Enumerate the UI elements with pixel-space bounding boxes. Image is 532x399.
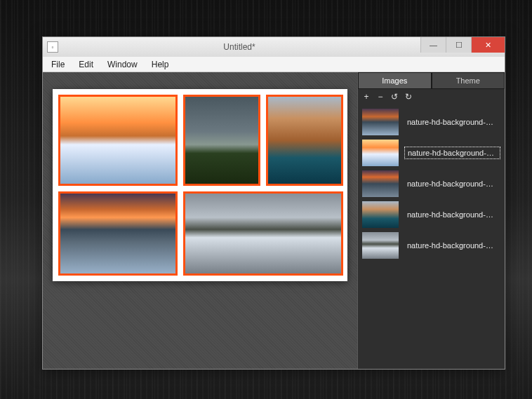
- thumbnail-icon: [362, 201, 399, 228]
- undo-button[interactable]: ↺: [390, 92, 399, 102]
- canvas-area[interactable]: [43, 72, 357, 369]
- filename-label: nature-hd-background-6.jpg: [404, 178, 500, 189]
- minimize-icon: —: [430, 41, 437, 49]
- image-list[interactable]: nature-hd-background-4.jpg nature-hd-bac…: [358, 104, 505, 369]
- close-icon: ✕: [485, 41, 491, 50]
- menu-file[interactable]: File: [44, 58, 72, 71]
- tab-images[interactable]: Images: [358, 72, 432, 89]
- remove-image-button[interactable]: −: [376, 92, 385, 102]
- maximize-icon: ☐: [455, 41, 463, 50]
- collage-grid: [58, 95, 342, 276]
- close-button[interactable]: ✕: [471, 37, 505, 53]
- titlebar[interactable]: ▫ Untitled* — ☐ ✕: [43, 37, 505, 57]
- app-icon: ▫: [47, 41, 58, 53]
- filename-label: nature-hd-background-4.jpg: [404, 116, 500, 128]
- tab-theme[interactable]: Theme: [432, 72, 505, 89]
- menu-edit[interactable]: Edit: [72, 58, 100, 71]
- redo-button[interactable]: ↻: [404, 92, 413, 102]
- panel-tabs: Images Theme: [358, 72, 505, 89]
- panel-toolbar: + − ↺ ↻: [358, 89, 505, 104]
- side-panel: Images Theme + − ↺ ↻ nature-hd-backgroun…: [357, 72, 505, 369]
- filename-label: nature-hd-background-5.jpg: [404, 147, 500, 159]
- list-item[interactable]: nature-hd-background-4.jpg: [361, 107, 502, 137]
- menu-help[interactable]: Help: [145, 58, 176, 71]
- thumbnail-icon: [362, 109, 399, 135]
- menu-window[interactable]: Window: [100, 58, 145, 71]
- list-item[interactable]: nature-hd-background-5.jpg: [361, 138, 502, 168]
- thumbnail-icon: [362, 170, 399, 197]
- maximize-button[interactable]: ☐: [446, 37, 471, 53]
- minimize-button[interactable]: —: [420, 37, 446, 53]
- window-title: Untitled*: [58, 42, 420, 52]
- collage-cell-2[interactable]: [183, 95, 260, 186]
- list-item[interactable]: nature-hd-background-11.jpg: [361, 231, 502, 260]
- list-item[interactable]: nature-hd-background-6.jpg: [361, 169, 502, 198]
- collage-cell-1[interactable]: [58, 95, 178, 186]
- thumbnail-icon: [362, 140, 399, 166]
- content-area: Images Theme + − ↺ ↻ nature-hd-backgroun…: [43, 72, 505, 369]
- menubar: File Edit Window Help: [43, 57, 505, 72]
- collage-cell-5[interactable]: [183, 191, 343, 276]
- thumbnail-icon: [362, 232, 399, 259]
- filename-label: nature-hd-background-7.jpg: [404, 209, 500, 220]
- app-window: ▫ Untitled* — ☐ ✕ File Edit Window Help: [42, 36, 505, 370]
- collage-cell-4[interactable]: [58, 191, 178, 276]
- window-controls: — ☐ ✕: [420, 37, 505, 53]
- collage-cell-3[interactable]: [266, 95, 343, 186]
- list-item[interactable]: nature-hd-background-7.jpg: [361, 200, 502, 229]
- collage-frame[interactable]: [53, 89, 347, 281]
- filename-label: nature-hd-background-11.jpg: [404, 240, 500, 251]
- add-image-button[interactable]: +: [362, 92, 371, 102]
